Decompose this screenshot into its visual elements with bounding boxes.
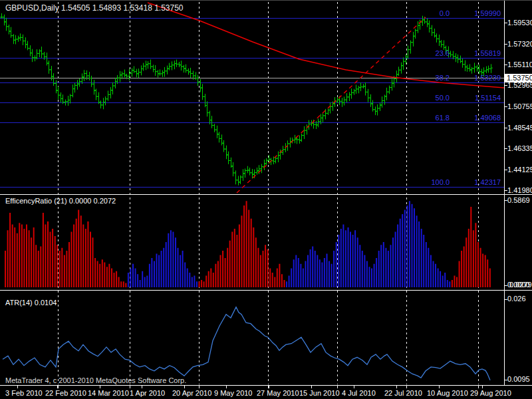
price-scale-label: 1.44125	[507, 166, 532, 174]
atr-line	[3, 307, 490, 380]
main-er-panel-divider	[0, 194, 532, 195]
date-axis-label: 10 Aug 2010	[427, 389, 468, 398]
price-scale-label: 1.52965	[507, 81, 532, 90]
date-axis-label: 3 Feb 2010	[5, 389, 43, 398]
date-axis-tick	[269, 386, 269, 388]
atr-scale-bottom-label: 0.0095	[507, 375, 530, 384]
date-axis-label: 1 Apr 2010	[130, 389, 165, 398]
descending-trendline	[148, 3, 504, 88]
fib-price-label: 1.53239	[452, 74, 501, 82]
er-scale-tick	[504, 200, 507, 201]
date-axis-tick	[100, 386, 100, 388]
price-scale-tick	[504, 106, 507, 107]
fib-level-label: 23.6	[422, 49, 450, 58]
chart-canvas[interactable]	[0, 1, 504, 386]
fib-price-label: 1.55819	[452, 49, 501, 58]
mt4-chart-window: GBPUSD,Daily 1.54505 1.54893 1.53418 1.5…	[0, 0, 532, 399]
date-axis-tick	[17, 386, 18, 388]
date-axis-label: 15 Jun 2010	[299, 389, 340, 398]
er-scale-max-label: 0.5869	[507, 196, 530, 205]
fib-price-label: 1.42317	[452, 178, 501, 187]
er-current-value-label: 0.0279	[509, 281, 532, 289]
date-axis-label: 14 Mar 2010	[88, 389, 129, 398]
month-axis-tick	[199, 386, 200, 388]
date-axis-label: 22 Feb 2010	[45, 389, 86, 398]
date-axis-label: 27 May 2010	[257, 389, 299, 398]
price-scale-label: 1.50755	[507, 102, 532, 111]
price-scale-label: 1.57320	[507, 40, 532, 49]
price-scale-tick	[504, 65, 507, 65]
fib-level-label: 61.8	[422, 114, 450, 122]
month-axis-tick	[337, 386, 338, 388]
month-axis-tick	[268, 386, 269, 388]
date-axis-tick	[226, 386, 227, 388]
fib-level-label: 38.2	[422, 74, 450, 82]
efficiency-histogram-blue	[128, 201, 450, 287]
month-axis-tick	[478, 386, 479, 388]
date-axis-tick	[396, 386, 397, 388]
price-scale-tick	[504, 190, 507, 191]
price-scale-tick	[504, 170, 507, 170]
month-axis-tick	[406, 386, 407, 388]
date-axis-label: 4 Jul 2010	[342, 389, 376, 398]
date-axis-tick	[439, 386, 440, 388]
price-scale-label: 1.46335	[507, 144, 532, 153]
date-axis-label: 22 Jul 2010	[384, 389, 422, 398]
price-scale-tick	[504, 128, 507, 128]
atr-scale-tick	[504, 380, 507, 380]
ascending-dashed-trendline	[237, 17, 426, 193]
symbol-ohlc-title: GBPUSD,Daily 1.54505 1.54893 1.53418 1.5…	[5, 4, 184, 13]
price-scale-label: 1.55110	[507, 61, 532, 69]
date-axis-tick	[311, 386, 312, 388]
date-axis-label: 9 May 2010	[214, 389, 252, 398]
atr-scale-top-label: 0.026	[507, 295, 526, 303]
month-axis-tick	[130, 386, 130, 388]
atr-indicator-title: ATR(14) 0.0104	[5, 299, 57, 307]
axis-divider	[0, 385, 532, 386]
month-axis-tick	[58, 386, 59, 388]
price-scale-border	[504, 1, 505, 386]
price-scale-label: 1.59530	[507, 19, 532, 27]
price-scale-tick	[504, 148, 507, 149]
fib-level-label: 0.0	[422, 9, 450, 18]
date-axis-tick	[354, 386, 354, 388]
price-scale-tick	[504, 23, 507, 23]
date-axis-label: 20 Apr 2010	[172, 389, 211, 398]
price-scale-label: 1.41980	[507, 186, 532, 195]
fib-price-label: 1.51154	[452, 94, 501, 102]
price-scale-tick	[504, 44, 507, 45]
date-axis-label: 29 Aug 2010	[470, 389, 511, 398]
copyright-text: MetaTrader 4, c 2001-2010 MetaQuotes Sof…	[5, 376, 186, 385]
price-scale-label: 1.48545	[507, 124, 532, 132]
fib-level-label: 50.0	[422, 94, 450, 102]
er-scale-tick	[504, 285, 507, 286]
date-axis-tick	[482, 386, 483, 388]
fib-price-label: 1.49068	[452, 114, 501, 122]
fib-level-label: 100.0	[422, 178, 450, 187]
er-atr-panel-divider	[0, 290, 532, 291]
date-axis-tick	[142, 386, 142, 388]
price-scale-tick	[504, 85, 507, 86]
efficiency-ratio-indicator-title: EfficencyRatio (21) 0.0000 0.2072	[5, 197, 116, 205]
fib-price-label: 1.59990	[452, 9, 501, 18]
date-axis-tick	[184, 386, 185, 388]
atr-scale-tick	[504, 299, 507, 300]
